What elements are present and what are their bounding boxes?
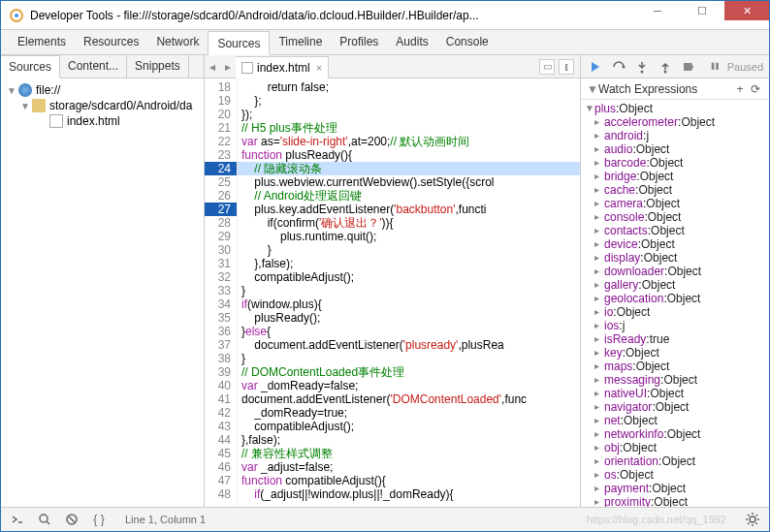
watch-item[interactable]: ▸bridge: Object [581, 170, 769, 183]
step-into-button[interactable] [633, 58, 651, 76]
watch-item[interactable]: ▸display: Object [581, 251, 769, 265]
watch-header-label: Watch Expressions [598, 82, 697, 96]
svg-point-9 [750, 516, 755, 522]
svg-point-3 [641, 70, 644, 73]
watch-item[interactable]: ▸net: Object [581, 414, 769, 427]
code-editor[interactable]: 1819202122232425262728293031323334353637… [205, 78, 580, 507]
tab-resources[interactable]: Resources [75, 30, 147, 54]
statusbar: { } Line 1, Column 1 https://blog.csdn.n… [1, 507, 769, 531]
resume-button[interactable] [587, 58, 604, 76]
tab-audits[interactable]: Audits [387, 30, 436, 54]
refresh-watch-button[interactable]: ⟳ [748, 82, 763, 96]
tab-network[interactable]: Network [147, 30, 208, 54]
svg-point-1 [15, 14, 18, 17]
watch-item[interactable]: ▸io: Object [581, 305, 769, 319]
close-tab-icon[interactable]: × [316, 62, 322, 74]
watch-item[interactable]: ▸gallery: Object [581, 278, 769, 292]
tree-folder-label: storage/sdcard0/Android/da [49, 99, 192, 112]
watch-item[interactable]: ▸cache: Object [581, 183, 769, 197]
maximize-button[interactable]: ☐ [680, 1, 724, 20]
sidebar: SourcesContent...Snippets ▼file:// ▼stor… [1, 55, 205, 507]
globe-icon [18, 83, 32, 97]
window-title: Developer Tools - file:///storage/sdcard… [30, 9, 635, 22]
format-button[interactable]: { } [90, 511, 108, 528]
svg-point-4 [664, 70, 667, 73]
watch-item[interactable]: ▸accelerometer: Object [581, 115, 769, 129]
watch-item[interactable]: ▸device: Object [581, 237, 769, 251]
file-tree: ▼file:// ▼storage/sdcard0/Android/da ind… [1, 78, 204, 133]
editor-tab-label: index.html [257, 61, 310, 75]
svg-point-2 [623, 65, 626, 68]
debug-controls: Paused [581, 55, 769, 78]
settings-button[interactable] [744, 511, 761, 528]
tree-root[interactable]: ▼file:// [1, 82, 204, 98]
subtab-sources[interactable]: Sources [1, 55, 60, 78]
subtab-content[interactable]: Content... [60, 55, 127, 78]
step-over-button[interactable] [610, 58, 627, 76]
watch-item[interactable]: ▸networkinfo: Object [581, 427, 769, 441]
nav-fwd-button[interactable]: ▸ [220, 60, 236, 74]
line-gutter: 1819202122232425262728293031323334353637… [205, 78, 238, 507]
sidebar-tabs: SourcesContent...Snippets [1, 55, 204, 78]
subtab-snippets[interactable]: Snippets [127, 55, 189, 78]
watch-item[interactable]: ▸navigator: Object [581, 400, 769, 414]
editor-pane: ◂ ▸ index.html × ▭ ⫿ 1819202122232425262… [205, 55, 581, 507]
editor-tab[interactable]: index.html × [236, 56, 329, 78]
folder-icon [32, 99, 46, 112]
watch-item[interactable]: ▸maps: Object [581, 360, 769, 373]
watch-item[interactable]: ▸key: Object [581, 346, 769, 360]
watch-header[interactable]: ▼ Watch Expressions + ⟳ [581, 78, 769, 100]
watch-item[interactable]: ▸orientation: Object [581, 454, 769, 468]
editor-history-button[interactable]: ▭ [539, 59, 555, 75]
watch-item[interactable]: ▸payment: Object [581, 482, 769, 495]
titlebar: Developer Tools - file:///storage/sdcard… [1, 1, 769, 30]
window-controls: ─ ☐ ✕ [635, 1, 769, 29]
watch-item[interactable]: ▸nativeUI: Object [581, 387, 769, 400]
error-icon[interactable] [63, 511, 80, 528]
tree-folder[interactable]: ▼storage/sdcard0/Android/da [1, 98, 204, 113]
minimize-button[interactable]: ─ [635, 1, 680, 20]
deactivate-breakpoints-button[interactable] [680, 58, 697, 76]
file-icon [49, 114, 63, 128]
editor-split-button[interactable]: ⫿ [559, 59, 574, 75]
debug-pane: Paused ▼ Watch Expressions + ⟳ ▼plus: Ob… [581, 55, 769, 507]
watch-item[interactable]: ▸os: Object [581, 468, 769, 482]
devtools-logo [9, 8, 24, 23]
console-drawer-button[interactable] [9, 511, 26, 528]
search-button[interactable] [36, 511, 53, 528]
tab-sources[interactable]: Sources [208, 31, 270, 55]
tree-root-label: file:// [36, 83, 60, 97]
watch-item[interactable]: ▸android: j [581, 129, 769, 142]
watch-item[interactable]: ▸audio: Object [581, 142, 769, 156]
paused-label: Paused [727, 61, 763, 73]
watch-item[interactable]: ▸camera: Object [581, 197, 769, 210]
cursor-position: Line 1, Column 1 [125, 514, 206, 525]
tab-timeline[interactable]: Timeline [270, 30, 331, 54]
svg-rect-6 [716, 62, 719, 69]
close-button[interactable]: ✕ [724, 1, 769, 20]
tab-console[interactable]: Console [437, 30, 497, 54]
svg-rect-5 [712, 62, 715, 69]
watch-item[interactable]: ▸geolocation: Object [581, 292, 769, 305]
watch-item[interactable]: ▸contacts: Object [581, 224, 769, 237]
watch-list: ▼plus: Object▸accelerometer: Object▸andr… [581, 100, 769, 507]
file-icon [241, 62, 253, 74]
watch-item[interactable]: ▸downloader: Object [581, 265, 769, 278]
add-watch-button[interactable]: + [732, 82, 748, 96]
watch-item[interactable]: ▸obj: Object [581, 441, 769, 454]
watermark: https://blog.csdn.net/qq_1992 [587, 514, 726, 525]
watch-item[interactable]: ▸isReady: true [581, 332, 769, 346]
tab-profiles[interactable]: Profiles [331, 30, 387, 54]
tree-file[interactable]: index.html [1, 113, 204, 129]
code-body[interactable]: return false; };});// H5 plus事件处理var as=… [238, 78, 580, 507]
nav-back-button[interactable]: ◂ [205, 60, 220, 74]
watch-item[interactable]: ▸ios: j [581, 319, 769, 332]
watch-item[interactable]: ▸messaging: Object [581, 373, 769, 387]
watch-root[interactable]: ▼plus: Object [581, 102, 769, 115]
watch-item[interactable]: ▸console: Object [581, 210, 769, 224]
svg-point-7 [40, 515, 48, 522]
watch-item[interactable]: ▸proximity: Object [581, 495, 769, 507]
watch-item[interactable]: ▸barcode: Object [581, 156, 769, 170]
tab-elements[interactable]: Elements [9, 30, 75, 54]
step-out-button[interactable] [657, 58, 674, 76]
